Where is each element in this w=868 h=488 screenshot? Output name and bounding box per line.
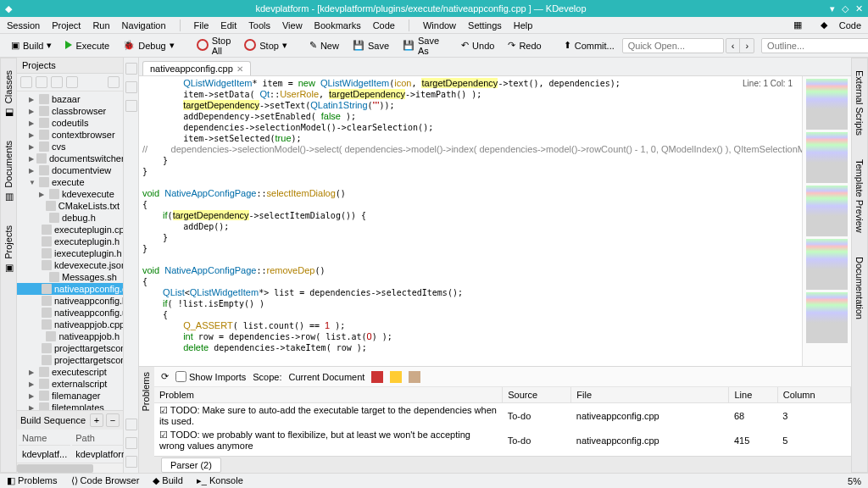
remove-icon[interactable]: −: [106, 413, 120, 427]
code-mode-label[interactable]: Code: [839, 20, 861, 30]
grid-icon[interactable]: ▦: [793, 19, 802, 30]
tree-item[interactable]: nativeappconfig.h: [17, 295, 123, 307]
problem-row[interactable]: ☑ TODO: we probably want to flexibilize,…: [154, 428, 851, 452]
template-preview-tab[interactable]: Template Preview: [853, 154, 866, 238]
refresh-icon[interactable]: ⟳: [161, 371, 169, 382]
tree-item[interactable]: executeplugin.h: [17, 236, 123, 247]
save-as-button[interactable]: 💾Save As: [397, 32, 445, 59]
menu-navigation[interactable]: Navigation: [122, 20, 166, 30]
table-row[interactable]: kdevplatf...kdevplatform: [19, 447, 132, 461]
projects-tab[interactable]: ▣Projects: [2, 220, 15, 278]
tree-item[interactable]: ▶codeutils: [17, 117, 123, 129]
stop-all-button[interactable]: Stop All: [191, 32, 237, 59]
side-btn-icon[interactable]: [125, 81, 137, 93]
panel-tool-icon[interactable]: [66, 76, 78, 88]
nav-arrows[interactable]: ‹›: [726, 38, 754, 53]
tree-item[interactable]: ▶cvs: [17, 141, 123, 152]
menu-file[interactable]: File: [194, 20, 209, 30]
hint-filter-icon[interactable]: [409, 371, 420, 383]
tree-item[interactable]: Messages.sh: [17, 271, 123, 283]
menu-settings[interactable]: Settings: [468, 20, 502, 30]
undo-button[interactable]: ↶Undo: [455, 36, 500, 54]
tree-item[interactable]: ▶executescript: [17, 366, 123, 378]
menu-code[interactable]: Code: [373, 20, 395, 30]
code-browser-button[interactable]: ⟨⟩ Code Browser: [71, 475, 140, 486]
problems-side-tab[interactable]: Problems: [139, 367, 153, 416]
nav-back-icon[interactable]: ‹: [726, 39, 741, 53]
code-editor[interactable]: Line: 1 Col: 1 QListWidgetItem* item = n…: [139, 76, 802, 366]
outline-input[interactable]: [761, 38, 868, 53]
menu-edit[interactable]: Edit: [220, 20, 236, 30]
editor-tab[interactable]: nativeappconfig.cpp✕: [142, 61, 251, 75]
minimap[interactable]: [802, 76, 851, 366]
tree-item[interactable]: ▶contextbrowser: [17, 129, 123, 141]
menu-help[interactable]: Help: [514, 20, 533, 30]
classes-tab[interactable]: ◧Classes: [2, 65, 15, 122]
execute-button[interactable]: Execute: [59, 37, 115, 54]
nav-fwd-icon[interactable]: ›: [740, 39, 754, 53]
add-icon[interactable]: +: [90, 413, 103, 427]
tree-item[interactable]: ▶filemanager: [17, 390, 123, 402]
tree-item[interactable]: debug.h: [17, 212, 123, 224]
parser-tab[interactable]: Parser (2): [161, 458, 221, 473]
tree-item[interactable]: nativeappconfig.ui: [17, 307, 123, 319]
tree-item[interactable]: CMakeLists.txt: [17, 200, 123, 212]
close-icon[interactable]: ✕: [855, 3, 863, 14]
external-scripts-tab[interactable]: External Scripts: [853, 65, 866, 141]
warning-filter-icon[interactable]: [390, 371, 402, 383]
save-button[interactable]: 💾Save: [347, 36, 395, 54]
menu-run[interactable]: Run: [92, 20, 109, 30]
tree-item[interactable]: projecttargetscomb...: [17, 354, 123, 366]
menu-tools[interactable]: Tools: [248, 20, 270, 30]
tree-item[interactable]: ▶filetemplates: [17, 402, 123, 410]
redo-button[interactable]: ↷Redo: [502, 36, 547, 54]
side-btn-icon[interactable]: [125, 437, 137, 449]
panel-tool-icon[interactable]: [108, 76, 120, 88]
tree-item[interactable]: nativeappconfig.cpp: [17, 283, 123, 295]
debug-button[interactable]: 🐞Debug▾: [117, 36, 180, 54]
menu-view[interactable]: View: [282, 20, 303, 30]
tree-item[interactable]: ▶documentswitcher: [17, 152, 123, 164]
code-mode-icon[interactable]: ◆: [821, 19, 827, 30]
tree-item[interactable]: kdevexecute.json: [17, 259, 123, 271]
project-tree[interactable]: ▶bazaar▶classbrowser▶codeutils▶contextbr…: [17, 92, 123, 410]
menu-project[interactable]: Project: [52, 20, 81, 30]
problems-status-button[interactable]: ◧ Problems: [7, 475, 58, 486]
menu-window[interactable]: Window: [423, 20, 456, 30]
documents-tab[interactable]: ▤Documents: [2, 136, 15, 207]
tree-item[interactable]: nativeappjob.cpp: [17, 319, 123, 330]
commit-button[interactable]: ⬆Commit...: [558, 36, 620, 54]
tree-item[interactable]: iexecuteplugin.h: [17, 247, 123, 259]
scope-dropdown[interactable]: Current Document: [289, 372, 365, 382]
stop-button[interactable]: Stop▾: [238, 36, 293, 56]
tree-item[interactable]: ▼execute: [17, 176, 123, 188]
problem-row[interactable]: ☑ TODO: Make sure to auto-add the execut…: [154, 403, 851, 429]
tree-item[interactable]: ▶documentview: [17, 164, 123, 176]
menu-session[interactable]: Session: [7, 20, 40, 30]
new-button[interactable]: ✎New: [303, 36, 345, 54]
panel-tool-icon[interactable]: [20, 76, 32, 88]
tree-item[interactable]: executeplugin.cpp: [17, 224, 123, 236]
minimize-icon[interactable]: ▾: [830, 3, 835, 14]
side-btn-icon[interactable]: [125, 63, 137, 75]
documentation-tab[interactable]: Documentation: [853, 252, 866, 324]
side-btn-icon[interactable]: [125, 419, 137, 430]
panel-tool-icon[interactable]: [51, 76, 63, 88]
tree-item[interactable]: ▶externalscript: [17, 378, 123, 390]
tree-item[interactable]: ▶classbrowser: [17, 105, 123, 117]
panel-tool-icon[interactable]: [36, 76, 47, 88]
tree-item[interactable]: projecttargetscomb...: [17, 342, 123, 354]
show-imports-checkbox[interactable]: Show Imports: [175, 371, 246, 382]
quick-open-input[interactable]: [622, 38, 724, 53]
tree-item[interactable]: ▶bazaar: [17, 93, 123, 105]
build-status-button[interactable]: ◆ Build: [153, 475, 183, 486]
tree-item[interactable]: nativeappjob.h: [17, 330, 123, 342]
error-filter-icon[interactable]: [371, 371, 383, 383]
build-button[interactable]: ▣Build▾: [5, 36, 58, 54]
side-btn-icon[interactable]: [125, 100, 137, 112]
scrollbar-horizontal[interactable]: [17, 463, 123, 473]
side-btn-icon[interactable]: [125, 456, 137, 468]
konsole-button[interactable]: ▸_ Konsole: [197, 475, 243, 486]
maximize-icon[interactable]: ◇: [842, 3, 849, 14]
tree-item[interactable]: ▶kdevexecute: [17, 188, 123, 200]
